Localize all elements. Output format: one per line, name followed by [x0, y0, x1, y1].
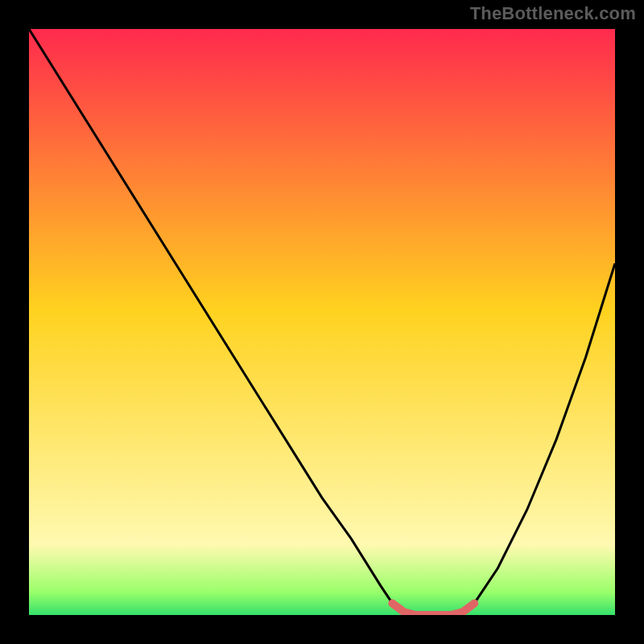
chart-svg: [29, 29, 615, 615]
plot-area: [29, 29, 615, 615]
chart-stage: TheBottleneck.com: [0, 0, 644, 644]
watermark-text: TheBottleneck.com: [470, 3, 636, 24]
gradient-background: [29, 29, 615, 615]
